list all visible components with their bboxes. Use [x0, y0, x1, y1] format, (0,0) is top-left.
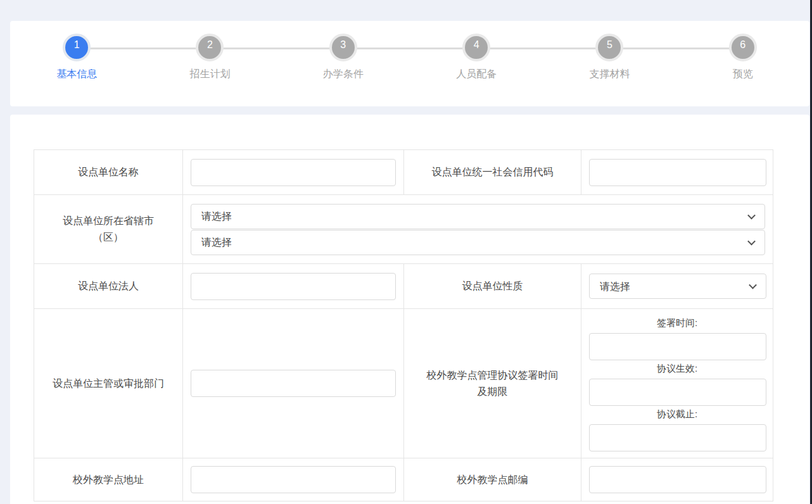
unit-nature-cell: 请选择 — [581, 264, 773, 309]
table-row: 设点单位名称 设点单位统一社会信用代码 — [34, 150, 773, 195]
table-row: 设点单位主管或审批部门 校外教学点管理协议签署时间 及期限 签署时间: 协议生效… — [34, 309, 773, 458]
unit-name-cell — [183, 150, 404, 195]
site-address-label: 校外教学点地址 — [34, 458, 183, 501]
site-address-cell — [183, 458, 404, 501]
step-1-circle[interactable]: 1 — [63, 34, 91, 61]
site-zipcode-cell — [581, 458, 773, 501]
step-staffing[interactable]: 4 人员配备 — [410, 34, 543, 81]
credit-code-input[interactable] — [589, 159, 766, 186]
agreement-period-label: 校外教学点管理协议签署时间 及期限 — [404, 309, 581, 458]
step-6-label: 预览 — [676, 68, 809, 81]
credit-code-cell — [581, 150, 773, 195]
credit-code-label: 设点单位统一社会信用代码 — [404, 150, 581, 195]
city-select[interactable]: 请选择 — [191, 204, 765, 229]
authority-input[interactable] — [191, 370, 396, 397]
step-3-label: 办学条件 — [277, 68, 410, 81]
site-address-input[interactable] — [191, 466, 396, 493]
step-supporting-materials[interactable]: 5 支撑材料 — [543, 34, 676, 81]
unit-name-input[interactable] — [191, 159, 396, 186]
unit-nature-label: 设点单位性质 — [404, 264, 581, 309]
district-select[interactable]: 请选择 — [191, 230, 765, 255]
step-school-conditions[interactable]: 3 办学条件 — [277, 34, 410, 81]
site-zipcode-input[interactable] — [589, 466, 766, 493]
site-zipcode-label: 校外教学点邮编 — [404, 458, 581, 501]
legal-person-label: 设点单位法人 — [34, 264, 183, 309]
table-row: 校外教学点地址 校外教学点邮编 — [34, 458, 773, 501]
basic-info-form-card: 设点单位名称 设点单位统一社会信用代码 设点单位所在省辖市 （区） 请选择 — [10, 115, 809, 504]
step-basic-info[interactable]: 1 基本信息 — [10, 34, 143, 81]
legal-person-input[interactable] — [191, 273, 396, 300]
unit-city-label: 设点单位所在省辖市 （区） — [34, 195, 183, 264]
table-row: 设点单位所在省辖市 （区） 请选择 请选择 — [34, 195, 773, 264]
authority-label: 设点单位主管或审批部门 — [34, 309, 183, 458]
step-5-label: 支撑材料 — [543, 68, 676, 81]
step-1-label: 基本信息 — [10, 68, 143, 81]
step-2-circle[interactable]: 2 — [196, 34, 224, 61]
step-4-label: 人员配备 — [410, 68, 543, 81]
end-date-input[interactable] — [589, 424, 766, 451]
end-date-label: 协议截止: — [589, 408, 765, 420]
sign-date-input[interactable] — [589, 333, 766, 360]
step-5-circle[interactable]: 5 — [595, 34, 623, 61]
step-4-circle[interactable]: 4 — [462, 34, 490, 61]
unit-name-label: 设点单位名称 — [34, 150, 183, 195]
start-date-label: 协议生效: — [589, 363, 765, 375]
table-row: 设点单位法人 设点单位性质 请选择 — [34, 264, 773, 309]
step-enrollment-plan[interactable]: 2 招生计划 — [143, 34, 276, 81]
legal-person-cell — [183, 264, 404, 309]
agreement-dates-cell: 签署时间: 协议生效: 协议截止: — [581, 309, 773, 458]
basic-info-table: 设点单位名称 设点单位统一社会信用代码 设点单位所在省辖市 （区） 请选择 — [34, 149, 773, 501]
step-preview[interactable]: 6 预览 — [676, 34, 809, 81]
start-date-input[interactable] — [589, 379, 766, 406]
stepper-card: 1 基本信息 2 招生计划 3 办学条件 4 人员配备 5 支撑材料 6 预览 — [10, 21, 809, 106]
step-6-circle[interactable]: 6 — [729, 34, 757, 61]
step-2-label: 招生计划 — [143, 68, 276, 81]
sign-date-label: 签署时间: — [589, 317, 765, 329]
unit-nature-select[interactable]: 请选择 — [589, 274, 766, 299]
step-3-circle[interactable]: 3 — [329, 34, 357, 61]
wizard-stepper: 1 基本信息 2 招生计划 3 办学条件 4 人员配备 5 支撑材料 6 预览 — [10, 21, 809, 81]
authority-cell — [183, 309, 404, 458]
unit-city-cell: 请选择 请选择 — [183, 195, 773, 264]
